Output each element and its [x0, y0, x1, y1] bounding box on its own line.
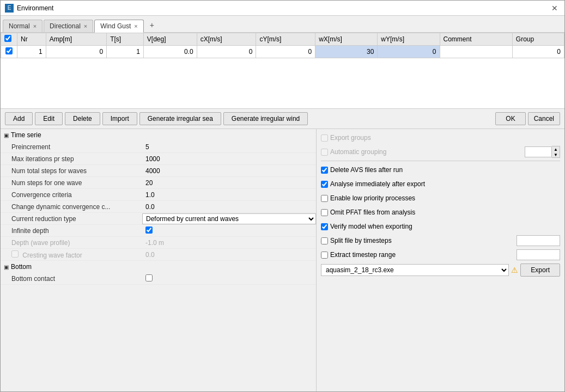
extract-range-label[interactable]: Extract timestep range	[321, 251, 513, 259]
col-nr: Nr	[17, 33, 46, 46]
title-bar-left: E Environment	[5, 4, 53, 13]
prop-preincrement-label: Preincrement	[1, 142, 142, 152]
prop-current-reduction-label: Current reduction type	[1, 214, 142, 224]
automatic-grouping-spin: 1 ▲ ▼	[525, 146, 560, 158]
tab-wind-gust-close[interactable]: ×	[134, 23, 137, 29]
prop-preincrement: Preincrement 5	[1, 141, 316, 153]
prop-infinite-depth-value	[142, 225, 316, 236]
tab-normal-close[interactable]: ×	[33, 23, 37, 29]
automatic-grouping-spinners: ▲ ▼	[552, 146, 560, 158]
warning-icon: ⚠	[511, 266, 518, 274]
tab-directional-close[interactable]: ×	[84, 23, 87, 29]
row-1-wy[interactable]: 0	[378, 46, 440, 58]
prop-convergence-value[interactable]: 1.0	[142, 190, 316, 200]
toolbar: Add Edit Delete Import Generate irregula…	[1, 109, 564, 129]
prop-cresting-label: Cresting wave factor	[1, 249, 142, 260]
data-table-area: Nr Amp[m] T[s] V[deg] cX[m/s] cY[m/s] wX…	[1, 33, 564, 109]
automatic-grouping-input[interactable]: 1	[525, 146, 552, 157]
prop-depth-value: -1.0 m	[142, 238, 316, 248]
time-serie-title: Time serie	[11, 131, 41, 139]
ok-button[interactable]: OK	[495, 112, 525, 125]
prop-convergence: Convergence criteria 1.0	[1, 189, 316, 201]
prop-infinite-depth-label: Infinite depth	[1, 226, 142, 236]
export-groups-row: Export groups	[321, 131, 560, 144]
analyse-label[interactable]: Analyse immediately after export	[321, 180, 425, 188]
bottom-section-header[interactable]: ▣ Bottom	[1, 261, 316, 273]
prop-cresting: Cresting wave factor 0.0	[1, 249, 316, 261]
gen-wind-button[interactable]: Generate irregular wind	[223, 112, 308, 125]
tab-normal[interactable]: Normal ×	[3, 20, 42, 32]
select-all-checkbox[interactable]	[4, 35, 11, 42]
infinite-depth-checkbox[interactable]	[145, 226, 153, 234]
prop-num-steps-wave: Num steps for one wave 20	[1, 177, 316, 189]
time-serie-toggle-icon: ▣	[4, 132, 9, 138]
window-title: Environment	[17, 4, 53, 12]
window-close-button[interactable]: ✕	[549, 3, 560, 14]
row-1-nr: 1	[17, 46, 46, 58]
main-window: E Environment ✕ Normal × Directional × W…	[0, 0, 565, 392]
automatic-grouping-down[interactable]: ▼	[552, 152, 560, 157]
prop-change-dynamic: Change dynamic convergence c... 0.0	[1, 201, 316, 213]
prop-change-dynamic-label: Change dynamic convergence c...	[1, 202, 142, 212]
col-cy: cY[m/s]	[256, 33, 315, 46]
tab-wind-gust[interactable]: Wind Gust ×	[94, 20, 143, 33]
row-1-comment	[440, 46, 512, 58]
prop-change-dynamic-value[interactable]: 0.0	[142, 202, 316, 212]
verify-model-checkbox[interactable]	[321, 223, 328, 230]
edit-button[interactable]: Edit	[35, 112, 63, 125]
extract-range-checkbox[interactable]	[321, 252, 328, 259]
col-wy: wY[m/s]	[378, 33, 440, 46]
time-serie-section-header[interactable]: ▣ Time serie	[1, 129, 316, 141]
col-wx: wX[m/s]	[315, 33, 378, 46]
bottom-contact-checkbox[interactable]	[145, 274, 153, 281]
exe-select[interactable]: aquasim_2_18_rc3.exe	[321, 264, 509, 276]
omit-pfat-label[interactable]: Omit PFAT files from analysis	[321, 209, 415, 216]
prop-infinite-depth: Infinite depth	[1, 225, 316, 237]
verify-model-label[interactable]: Verify model when exporting	[321, 223, 412, 230]
prop-preincrement-value[interactable]: 5	[142, 142, 316, 152]
tab-directional[interactable]: Directional ×	[44, 20, 93, 32]
tab-directional-label: Directional	[50, 22, 81, 30]
delete-button[interactable]: Delete	[65, 112, 100, 125]
prop-bottom-contact: Bottom contact	[1, 273, 316, 285]
split-file-checkbox[interactable]	[321, 237, 328, 244]
prop-max-iter: Max iterations pr step 1000	[1, 153, 316, 165]
title-bar: E Environment ✕	[1, 1, 564, 16]
prop-max-iter-value[interactable]: 1000	[142, 154, 316, 164]
enable-low-priority-label[interactable]: Enable low priority processes	[321, 194, 415, 202]
right-panel: Export groups Automatic grouping 1 ▲ ▼	[317, 129, 564, 391]
data-table: Nr Amp[m] T[s] V[deg] cX[m/s] cY[m/s] wX…	[1, 33, 564, 58]
row-1-wx[interactable]: 30	[315, 46, 378, 58]
prop-num-total-steps-value[interactable]: 4000	[142, 166, 316, 176]
row-1-cy: 0	[256, 46, 315, 58]
row-1-amp: 0	[46, 46, 106, 58]
export-exe-row: aquasim_2_18_rc3.exe ⚠ Export	[321, 264, 560, 277]
omit-pfat-checkbox[interactable]	[321, 209, 328, 216]
prop-num-steps-wave-value[interactable]: 20	[142, 178, 316, 188]
app-icon: E	[5, 4, 14, 13]
automatic-grouping-up[interactable]: ▲	[552, 146, 560, 152]
verify-model-row: Verify model when exporting	[321, 220, 560, 233]
split-file-input[interactable]: 100	[517, 235, 560, 246]
import-button[interactable]: Import	[102, 112, 137, 125]
tab-add-button[interactable]: +	[145, 18, 159, 32]
delete-avs-checkbox[interactable]	[321, 167, 328, 174]
enable-low-priority-checkbox[interactable]	[321, 195, 328, 202]
extract-range-input[interactable]	[517, 249, 560, 260]
enable-low-priority-row: Enable low priority processes	[321, 192, 560, 205]
row-1-checkbox[interactable]	[5, 47, 13, 54]
add-button[interactable]: Add	[5, 112, 33, 125]
delete-avs-row: Delete AVS files after run	[321, 163, 560, 176]
export-button[interactable]: Export	[520, 264, 560, 277]
row-checkbox-cell	[1, 46, 17, 58]
analyse-row: Analyse immediately after export	[321, 177, 560, 191]
delete-avs-label[interactable]: Delete AVS files after run	[321, 166, 403, 174]
gen-sea-button[interactable]: Generate irregular sea	[139, 112, 221, 125]
cancel-button[interactable]: Cancel	[528, 112, 560, 125]
analyse-checkbox[interactable]	[321, 181, 328, 188]
prop-depth: Depth (wave profile) -1.0 m	[1, 237, 316, 249]
current-reduction-select[interactable]: Deformed by current and waves	[142, 213, 316, 224]
bottom-section-title: Bottom	[11, 263, 32, 271]
row-1-group: 0	[512, 46, 564, 58]
split-file-label[interactable]: Split file by timesteps	[321, 237, 513, 244]
